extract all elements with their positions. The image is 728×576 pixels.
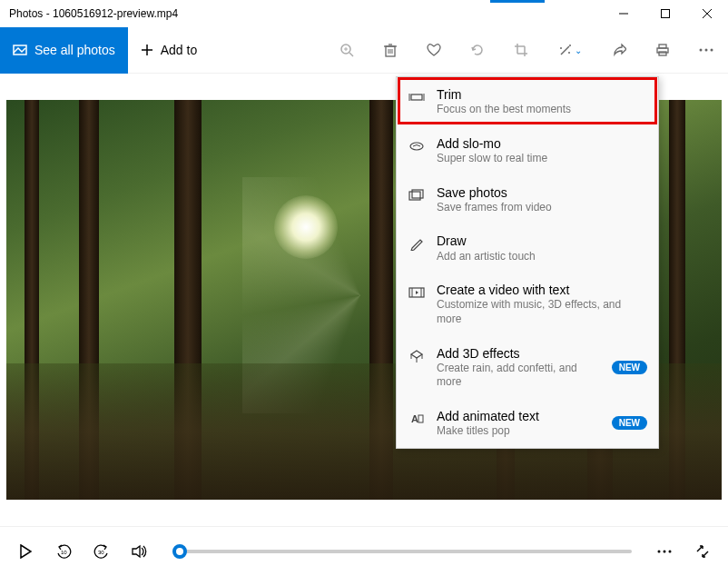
svg-point-31 xyxy=(705,49,708,52)
window-title: Photos - 1060516912-preview.mp4 xyxy=(9,7,178,20)
menu-item-draw[interactable]: DrawAdd an artistic touch xyxy=(397,223,658,273)
menu-sub: Add an artistic touch xyxy=(437,250,647,264)
zoom-icon xyxy=(339,43,354,57)
svg-line-56 xyxy=(697,546,703,551)
menu-item-3d-effects[interactable]: Add 3D effectsCreate rain, add confetti,… xyxy=(397,336,658,399)
close-button[interactable] xyxy=(686,0,728,27)
title-bar: Photos - 1060516912-preview.mp4 xyxy=(0,0,728,27)
menu-sub: Make titles pop xyxy=(437,424,601,439)
menu-label: Add slo-mo xyxy=(437,135,647,152)
draw-icon xyxy=(408,234,426,253)
animated-text-icon: A xyxy=(408,410,426,428)
print-icon xyxy=(655,43,670,57)
zoom-button[interactable] xyxy=(325,27,369,74)
menu-item-create-video[interactable]: Create a video with textCustomize with m… xyxy=(397,273,658,335)
svg-point-53 xyxy=(658,551,661,553)
slomo-icon xyxy=(408,137,426,155)
slider-knob[interactable] xyxy=(172,544,187,559)
svg-point-55 xyxy=(669,551,672,553)
playback-bar: 10 30 xyxy=(0,526,728,576)
new-badge: NEW xyxy=(612,361,647,374)
play-button[interactable] xyxy=(15,541,36,562)
menu-item-animated-text[interactable]: A Add animated textMake titles pop NEW xyxy=(397,399,658,448)
svg-point-22 xyxy=(569,45,571,46)
edit-create-button[interactable]: ⌄ xyxy=(543,27,597,74)
menu-label: Save photos xyxy=(437,184,647,201)
menu-item-save-photos[interactable]: Save photosSave frames from video xyxy=(397,175,658,224)
rotate-button[interactable] xyxy=(456,27,499,74)
svg-line-21 xyxy=(561,46,569,55)
share-button[interactable] xyxy=(597,27,641,74)
svg-point-32 xyxy=(711,49,713,52)
share-icon xyxy=(612,43,626,57)
svg-point-30 xyxy=(700,49,703,52)
save-photos-icon xyxy=(408,186,426,204)
svg-rect-1 xyxy=(662,10,670,18)
svg-marker-43 xyxy=(411,351,422,358)
svg-line-8 xyxy=(349,53,353,56)
menu-label: Add 3D effects xyxy=(437,345,601,362)
video-text-icon xyxy=(408,283,426,302)
edit-dropdown-menu: TrimFocus on the best moments Add slo-mo… xyxy=(396,76,659,449)
svg-marker-42 xyxy=(416,291,418,294)
svg-point-36 xyxy=(410,143,423,150)
effects-3d-icon xyxy=(408,347,426,365)
favorite-button[interactable] xyxy=(412,27,456,74)
svg-point-54 xyxy=(664,551,666,553)
trash-icon xyxy=(383,43,398,57)
heart-icon xyxy=(426,43,442,57)
menu-label: Create a video with text xyxy=(437,282,647,298)
menu-sub: Super slow to real time xyxy=(437,152,647,166)
plus-icon xyxy=(141,44,153,56)
ellipsis-icon xyxy=(699,48,713,52)
photos-icon xyxy=(13,43,27,57)
toolbar: See all photos Add to ⌄ xyxy=(0,27,728,74)
svg-line-57 xyxy=(703,551,708,557)
progress-slider[interactable] xyxy=(172,550,632,553)
menu-label: Trim xyxy=(437,86,647,103)
magic-icon xyxy=(558,43,573,57)
menu-label: Draw xyxy=(437,233,647,249)
add-to-label: Add to xyxy=(161,43,197,57)
see-all-photos-button[interactable]: See all photos xyxy=(0,27,128,74)
menu-item-slomo[interactable]: Add slo-moSuper slow to real time xyxy=(397,126,658,175)
minimize-button[interactable] xyxy=(603,0,644,27)
maximize-button[interactable] xyxy=(644,0,686,27)
fullscreen-button[interactable] xyxy=(692,541,713,562)
chevron-down-icon: ⌄ xyxy=(575,45,582,55)
svg-text:30: 30 xyxy=(98,550,104,555)
svg-rect-33 xyxy=(411,94,422,100)
menu-label: Add animated text xyxy=(437,408,601,424)
crop-button[interactable] xyxy=(499,27,543,74)
playbar-more-button[interactable] xyxy=(654,541,675,562)
crop-icon xyxy=(514,43,528,57)
window-accent xyxy=(490,0,545,3)
svg-rect-29 xyxy=(659,52,666,55)
more-button[interactable] xyxy=(684,27,728,74)
menu-sub: Focus on the best moments xyxy=(437,103,647,117)
delete-button[interactable] xyxy=(369,27,412,74)
add-to-button[interactable]: Add to xyxy=(128,27,210,74)
skip-back-button[interactable]: 10 xyxy=(53,541,74,562)
svg-rect-37 xyxy=(409,192,420,200)
menu-sub: Create rain, add confetti, and more xyxy=(437,362,601,390)
menu-sub: Save frames from video xyxy=(437,201,647,215)
svg-text:10: 10 xyxy=(61,550,67,555)
svg-marker-49 xyxy=(21,545,31,558)
rotate-icon xyxy=(470,43,485,57)
svg-text:A: A xyxy=(411,413,418,424)
svg-rect-48 xyxy=(418,415,423,422)
new-badge: NEW xyxy=(612,416,647,430)
svg-rect-38 xyxy=(412,190,423,198)
print-button[interactable] xyxy=(641,27,684,74)
skip-forward-button[interactable]: 30 xyxy=(91,541,113,562)
svg-marker-52 xyxy=(133,546,140,557)
volume-button[interactable] xyxy=(129,541,151,562)
trim-icon xyxy=(408,88,426,106)
menu-sub: Customize with music, 3D effects, and mo… xyxy=(437,298,647,326)
menu-item-trim[interactable]: TrimFocus on the best moments xyxy=(397,77,658,126)
see-all-label: See all photos xyxy=(34,43,115,57)
